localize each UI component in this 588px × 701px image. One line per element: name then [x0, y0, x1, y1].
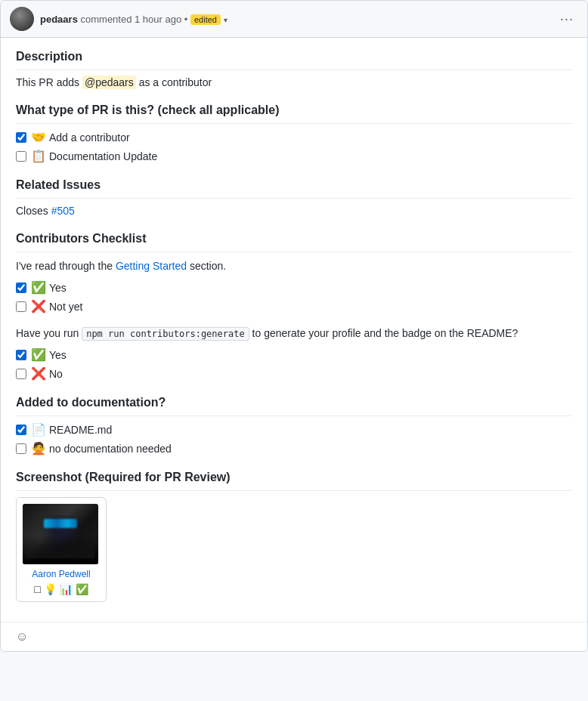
doc-option-none: 🙅 no documentation needed: [16, 441, 572, 455]
q2-checkbox-no[interactable]: [16, 369, 26, 379]
description-text: This PR adds @pedaars as a contributor: [16, 76, 572, 88]
related-issues-section: Related Issues Closes #505: [16, 178, 572, 217]
face-hands: [26, 539, 94, 558]
q1-option-yes: ✅ Yes: [16, 280, 572, 295]
q2-label-no: ❌ No: [31, 366, 63, 381]
q1-checkbox-no[interactable]: [16, 301, 26, 312]
edited-badge: edited: [190, 14, 221, 25]
doc-text-readme: README.md: [49, 424, 112, 436]
comment-meta: pedaars commented 1 hour ago • edited ▾: [40, 14, 227, 25]
comment-header-right: ···: [556, 11, 578, 27]
documentation-title: Added to documentation?: [16, 396, 572, 416]
pr-type-section: What type of PR is this? (check all appl…: [16, 103, 572, 163]
q1-emoji-yes: ✅: [31, 280, 46, 295]
edited-dropdown-arrow[interactable]: ▾: [224, 16, 227, 24]
q1-suffix: section.: [187, 260, 226, 272]
q2-code: npm run contributors:generate: [82, 327, 249, 341]
q1-prefix: I've read through the: [16, 260, 116, 272]
avatar: [10, 7, 34, 31]
doc-label-readme: 📄 README.md: [31, 422, 112, 437]
q2-label-yes: ✅ Yes: [31, 347, 67, 362]
contributors-checklist-section: Contributors Checklist I've read through…: [16, 232, 572, 381]
q2-emoji-yes: ✅: [31, 347, 46, 362]
q1-label-no: ❌ Not yet: [31, 299, 82, 313]
screenshot-icon-3: 📊: [60, 583, 73, 595]
q1-label-yes: ✅ Yes: [31, 280, 67, 295]
reaction-bar: ☺: [1, 622, 587, 651]
doc-text-none: no documentation needed: [49, 443, 172, 455]
pr-type-option-2: 📋 Documentation Update: [16, 149, 572, 163]
q2-checkbox-yes[interactable]: [16, 350, 26, 360]
description-title: Description: [16, 50, 572, 70]
pr-type-emoji-1: 🤝: [31, 130, 46, 144]
reaction-icon: ☺: [16, 630, 28, 643]
doc-emoji-none: 🙅: [31, 441, 46, 455]
q2-text-yes: Yes: [49, 349, 67, 361]
description-mention: @pedaars: [82, 76, 136, 89]
pr-type-label-1: 🤝 Add a contributor: [31, 130, 130, 144]
pr-type-text-2: Documentation Update: [49, 150, 157, 162]
q1-text-yes: Yes: [49, 282, 67, 294]
avatar-image: [10, 7, 34, 31]
pr-type-checkbox-1[interactable]: [16, 132, 26, 143]
q2-text-no: No: [49, 368, 63, 380]
screenshot-section: Screenshot (Required for PR Review) Aaro…: [16, 471, 572, 602]
screenshot-person-name[interactable]: Aaron Pedwell: [23, 569, 100, 579]
screenshot-icon-2: 💡: [44, 583, 57, 595]
related-issues-link[interactable]: #505: [51, 205, 75, 217]
description-suffix: as a contributor: [136, 76, 212, 88]
checklist-question-1: I've read through the Getting Started se…: [16, 258, 572, 274]
checklist-question-2: Have you run npm run contributors:genera…: [16, 326, 572, 341]
q2-option-yes: ✅ Yes: [16, 347, 572, 362]
screenshot-title: Screenshot (Required for PR Review): [16, 471, 572, 491]
comment-header-left: pedaars commented 1 hour ago • edited ▾: [10, 7, 227, 31]
q2-suffix: to generate your profile and the badge o…: [249, 327, 518, 339]
screenshot-icon-4: ✅: [76, 583, 88, 595]
pr-type-label-2: 📋 Documentation Update: [31, 149, 157, 163]
getting-started-link[interactable]: Getting Started: [116, 260, 187, 272]
comment-header: pedaars commented 1 hour ago • edited ▾ …: [1, 1, 587, 38]
screenshot-card: Aaron Pedwell □ 💡 📊 ✅: [16, 497, 107, 602]
comment-author: pedaars: [40, 14, 78, 25]
pr-type-option-1: 🤝 Add a contributor: [16, 130, 572, 144]
doc-checkbox-none[interactable]: [16, 443, 26, 454]
q1-checkbox-yes[interactable]: [16, 283, 26, 293]
screenshot-image: [23, 504, 98, 564]
documentation-section: Added to documentation? 📄 README.md 🙅 no…: [16, 396, 572, 455]
doc-label-none: 🙅 no documentation needed: [31, 441, 172, 455]
contributors-checklist-title: Contributors Checklist: [16, 232, 572, 252]
comment-body: Description This PR adds @pedaars as a c…: [1, 38, 587, 622]
reaction-button[interactable]: ☺: [13, 628, 31, 645]
kebab-menu-button[interactable]: ···: [556, 11, 578, 27]
related-issues-text: Closes #505: [16, 205, 572, 217]
q1-option-no: ❌ Not yet: [16, 299, 572, 313]
pr-type-checkbox-2[interactable]: [16, 151, 26, 162]
pr-type-title: What type of PR is this? (check all appl…: [16, 103, 572, 124]
comment-container: pedaars commented 1 hour ago • edited ▾ …: [0, 0, 588, 652]
q1-text-no: Not yet: [49, 301, 82, 313]
doc-option-readme: 📄 README.md: [16, 422, 572, 437]
q2-option-no: ❌ No: [16, 366, 572, 381]
related-issues-prefix: Closes: [16, 205, 51, 217]
screenshot-icons: □ 💡 📊 ✅: [23, 583, 100, 595]
pr-type-text-1: Add a contributor: [49, 131, 130, 144]
doc-emoji-readme: 📄: [31, 422, 46, 437]
description-section: Description This PR adds @pedaars as a c…: [16, 50, 572, 88]
description-prefix: This PR adds: [16, 76, 82, 88]
doc-checkbox-readme[interactable]: [16, 425, 26, 435]
q1-emoji-no: ❌: [31, 299, 46, 313]
related-issues-title: Related Issues: [16, 178, 572, 199]
q2-emoji-no: ❌: [31, 366, 46, 381]
comment-time: commented 1 hour ago: [81, 14, 182, 25]
q2-prefix: Have you run: [16, 327, 82, 339]
pr-type-emoji-2: 📋: [31, 149, 46, 163]
screenshot-icon-1: □: [34, 583, 40, 595]
